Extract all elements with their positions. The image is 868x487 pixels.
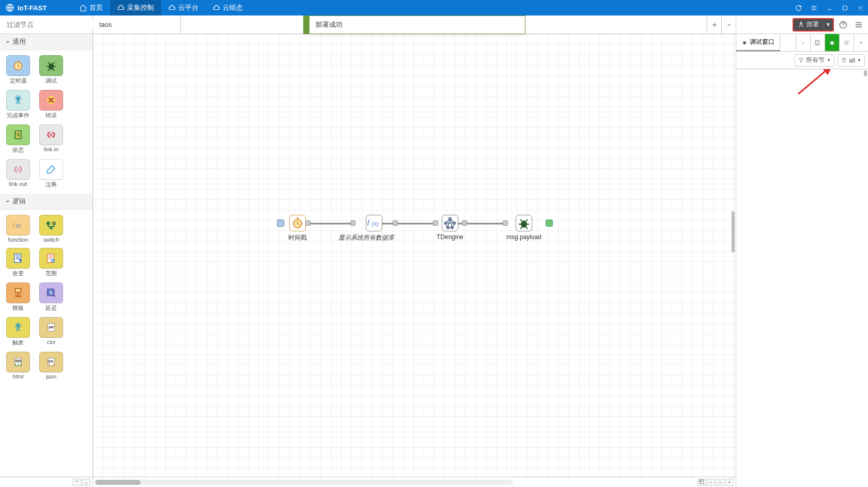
node-function[interactable]: f(x)function (4, 215, 32, 243)
node-json[interactable]: jsonjson (37, 352, 65, 380)
node-input-port[interactable] (503, 221, 508, 226)
flow-node-inject[interactable]: 时间戳 (288, 215, 307, 242)
flow-canvas[interactable]: 时间戳 f(x) 显示系统所有数据库 TDengine (93, 34, 736, 477)
debug-clear-dropdown[interactable]: all ▼ (838, 54, 865, 67)
palette-collapse-button[interactable]: ⌃ (73, 479, 81, 486)
menu-home[interactable]: 首页 (72, 0, 110, 15)
palette-expand-button[interactable]: ⌄ (82, 479, 90, 486)
svg-point-5 (17, 97, 20, 100)
sidebar-top: 部署 ▼ (736, 15, 868, 34)
svg-point-42 (846, 42, 847, 43)
cloud-sync-icon (117, 4, 125, 11)
node-input-port[interactable] (350, 221, 355, 226)
svg-point-35 (521, 221, 527, 228)
home-icon (80, 4, 87, 11)
debug-filter-dropdown[interactable]: 所有节 ▼ (795, 54, 834, 67)
debug-vertical-scrollbar[interactable] (864, 70, 867, 486)
svg-text:HTML: HTML (16, 360, 22, 363)
sidebar-tab-debug[interactable]: 调试窗口 (736, 34, 780, 51)
deploy-options-button[interactable]: ▼ (824, 22, 833, 27)
minimize-icon (827, 5, 832, 11)
svg-point-40 (743, 41, 746, 44)
inject-trigger-button[interactable] (277, 219, 284, 227)
node-csv[interactable]: csvcsv (37, 317, 65, 347)
svg-point-19 (17, 324, 20, 327)
category-logic[interactable]: 逻辑 (0, 194, 92, 210)
node-debug[interactable]: 调试 (37, 55, 65, 85)
refresh-button[interactable] (791, 0, 806, 15)
node-change[interactable]: 改变 (4, 248, 32, 277)
hamburger-icon (855, 21, 863, 29)
menu-cloud-state[interactable]: 云组态 (206, 0, 250, 15)
node-link-out[interactable]: link out (4, 159, 32, 188)
canvas-horizontal-scrollbar[interactable] (95, 480, 513, 485)
flow-node-debug[interactable]: msg.payload (506, 215, 541, 241)
node-timer[interactable]: 定时器 (4, 55, 32, 85)
node-template[interactable]: 模板 (4, 282, 32, 312)
sidebar-tab-debug-active[interactable] (825, 34, 839, 51)
svg-text:(x): (x) (372, 221, 379, 227)
minimize-button[interactable] (822, 0, 837, 15)
chevron-down-icon (726, 22, 732, 27)
close-button[interactable] (853, 0, 868, 15)
sidebar-tab-config[interactable] (839, 34, 854, 51)
cloud-icon (168, 4, 176, 11)
filter-icon (798, 57, 804, 63)
svg-rect-1 (843, 6, 846, 9)
cloud-state-icon (213, 4, 220, 11)
add-flow-button[interactable] (707, 15, 721, 34)
palette-footer: ⌃ ⌄ (0, 477, 92, 487)
flow-node-function[interactable]: f(x) 显示系统所有数据库 (354, 215, 394, 242)
palette-body[interactable]: 通用 定时器 调试 完成事件 错误 状态 link in link out 注释… (0, 34, 92, 477)
sidebar-tab-more[interactable] (854, 34, 868, 51)
maximize-button[interactable] (837, 0, 853, 15)
node-comment[interactable]: 注释 (37, 159, 65, 188)
bug-icon (741, 39, 748, 45)
node-output-port[interactable] (462, 221, 467, 226)
node-switch[interactable]: switch (37, 215, 65, 243)
flow-node-tdengine[interactable]: TDengine (437, 215, 463, 241)
node-delay[interactable]: 延迟 (37, 282, 65, 312)
node-input-port[interactable] (433, 221, 438, 226)
main-menu: 首页 采集控制 云平台 云组态 (72, 0, 250, 15)
sidebar-tabs: 调试窗口 (736, 34, 868, 52)
main-menu-button[interactable] (853, 19, 865, 31)
debug-toggle-button[interactable] (546, 219, 553, 227)
debug-toolbar: 所有节 ▼ all ▼ (736, 52, 868, 69)
palette-search (0, 15, 92, 34)
node-complete[interactable]: 完成事件 (4, 90, 32, 119)
menu-cloud-platform[interactable]: 云平台 (161, 0, 206, 15)
debug-output[interactable] (736, 69, 868, 487)
svg-rect-17 (16, 289, 21, 292)
menu-collect-control[interactable]: 采集控制 (110, 0, 161, 15)
node-output-port[interactable] (305, 221, 311, 226)
flow-list-button[interactable] (721, 15, 736, 34)
chevron-down-icon (859, 40, 863, 45)
zoom-reset-button[interactable]: ○ (716, 479, 724, 486)
node-status[interactable]: 状态 (4, 124, 32, 154)
node-link-in[interactable]: link in (37, 124, 65, 154)
sidebar-tab-info[interactable] (796, 34, 810, 51)
node-range[interactable]: 范围 (37, 248, 65, 277)
node-output-port[interactable] (393, 221, 398, 226)
palette-search-input[interactable] (7, 21, 94, 28)
sidebar-tab-help[interactable] (810, 34, 825, 51)
flow-tab-taos[interactable]: taos (93, 15, 181, 34)
deploy-button[interactable]: 部署 ▼ (793, 18, 834, 32)
svg-point-13 (50, 227, 52, 229)
hamburger-icon (811, 5, 817, 11)
help-button[interactable] (837, 19, 849, 31)
node-html[interactable]: HTMLhtml (4, 352, 32, 380)
navigator-button[interactable] (698, 479, 706, 486)
app-menu-button[interactable] (806, 0, 822, 15)
refresh-icon (795, 5, 802, 11)
node-trigger[interactable]: 触发 (4, 317, 32, 347)
trash-icon (841, 57, 847, 63)
zoom-in-button[interactable]: + (725, 479, 734, 486)
svg-point-38 (801, 23, 802, 24)
category-general[interactable]: 通用 (0, 34, 92, 50)
node-catch[interactable]: 错误 (37, 90, 65, 119)
deploy-notification: 部署成功 (303, 15, 525, 34)
canvas-vertical-scrollbar[interactable] (732, 35, 735, 476)
zoom-out-button[interactable]: − (707, 479, 715, 486)
